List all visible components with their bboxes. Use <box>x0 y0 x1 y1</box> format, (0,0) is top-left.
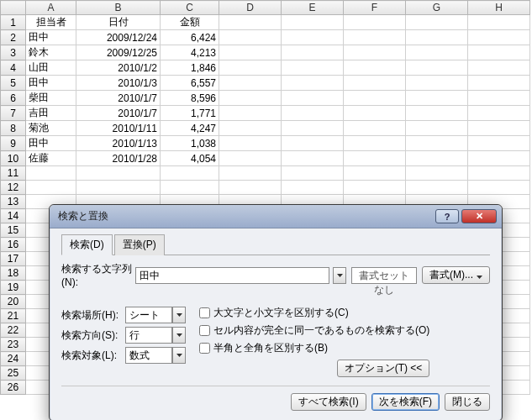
cell[interactable] <box>282 30 344 45</box>
col-header-F[interactable]: F <box>344 1 406 15</box>
col-header-G[interactable]: G <box>406 1 468 15</box>
lookin-dropdown[interactable] <box>172 347 186 364</box>
row-header[interactable]: 3 <box>1 45 26 60</box>
cell[interactable]: 4,054 <box>161 151 219 166</box>
tab-search[interactable]: 検索(D) <box>61 234 113 255</box>
cell[interactable] <box>406 45 468 60</box>
cell[interactable] <box>406 60 468 76</box>
row-header[interactable]: 7 <box>1 106 26 121</box>
row-header[interactable]: 21 <box>1 309 26 323</box>
col-header-C[interactable]: C <box>161 1 219 15</box>
lookin-select[interactable]: 数式 <box>125 347 172 364</box>
row-header[interactable]: 23 <box>1 338 26 352</box>
cell[interactable] <box>406 106 468 121</box>
cell[interactable] <box>26 181 76 195</box>
cell[interactable] <box>219 151 282 166</box>
cell[interactable] <box>468 30 530 45</box>
row-header[interactable]: 11 <box>1 166 26 181</box>
row-header[interactable]: 19 <box>1 281 26 295</box>
cell[interactable] <box>282 106 344 121</box>
cell[interactable] <box>219 166 282 181</box>
cell[interactable] <box>282 15 344 30</box>
row-header[interactable]: 6 <box>1 91 26 106</box>
cell[interactable] <box>406 121 468 136</box>
cell[interactable] <box>406 136 468 151</box>
cell[interactable]: 4,213 <box>161 45 219 60</box>
cell[interactable] <box>468 76 530 91</box>
cell[interactable] <box>344 45 406 60</box>
match-case-checkbox[interactable] <box>199 307 210 318</box>
find-history-dropdown[interactable] <box>333 267 346 284</box>
cell[interactable] <box>219 45 282 60</box>
cell[interactable] <box>406 15 468 30</box>
cell[interactable] <box>219 30 282 45</box>
cell[interactable]: 2010/1/7 <box>76 91 161 106</box>
tab-replace[interactable]: 置換(P) <box>114 234 165 255</box>
cell[interactable]: 1,846 <box>161 60 219 76</box>
row-header[interactable]: 16 <box>1 238 26 252</box>
cell[interactable] <box>406 181 468 195</box>
row-header[interactable]: 18 <box>1 266 26 281</box>
cell[interactable] <box>468 15 530 30</box>
cell[interactable] <box>219 106 282 121</box>
cell[interactable]: 2009/12/24 <box>76 30 161 45</box>
cell[interactable] <box>26 166 76 181</box>
cell[interactable] <box>161 166 219 181</box>
cell[interactable]: 6,424 <box>161 30 219 45</box>
help-button[interactable]: ? <box>435 209 459 223</box>
match-width-check[interactable]: 半角と全角を区別する(B) <box>196 340 429 356</box>
cell[interactable]: 2010/1/2 <box>76 60 161 76</box>
cell[interactable] <box>344 30 406 45</box>
cell[interactable] <box>406 151 468 166</box>
cell[interactable]: 2010/1/3 <box>76 76 161 91</box>
row-header[interactable]: 4 <box>1 60 26 76</box>
col-header-H[interactable]: H <box>468 1 530 15</box>
within-dropdown[interactable] <box>172 307 186 323</box>
cell[interactable]: 鈴木 <box>26 45 76 60</box>
cell[interactable]: 2010/1/11 <box>76 121 161 136</box>
cell[interactable] <box>219 136 282 151</box>
cell[interactable] <box>219 121 282 136</box>
dialog-titlebar[interactable]: 検索と置換 ? ✕ <box>50 205 502 228</box>
cell[interactable] <box>344 151 406 166</box>
direction-dropdown[interactable] <box>172 327 186 344</box>
row-header[interactable]: 25 <box>1 366 26 381</box>
cell[interactable] <box>468 45 530 60</box>
match-case-check[interactable]: 大文字と小文字を区別する(C) <box>196 305 429 321</box>
cell[interactable] <box>282 60 344 76</box>
cell[interactable]: 金額 <box>161 15 219 30</box>
row-header[interactable]: 1 <box>1 15 26 30</box>
cell[interactable]: 2010/1/13 <box>76 136 161 151</box>
cell[interactable] <box>468 181 530 195</box>
cell[interactable]: 田中 <box>26 30 76 45</box>
match-whole-check[interactable]: セル内容が完全に同一であるものを検索する(O) <box>196 323 429 339</box>
cell[interactable] <box>76 166 161 181</box>
cell[interactable]: 1,771 <box>161 106 219 121</box>
cell[interactable] <box>468 151 530 166</box>
cell[interactable] <box>344 106 406 121</box>
col-header-E[interactable]: E <box>282 1 344 15</box>
cell[interactable] <box>282 45 344 60</box>
cell[interactable] <box>219 15 282 30</box>
row-header[interactable]: 10 <box>1 151 26 166</box>
cell[interactable] <box>219 76 282 91</box>
within-select[interactable]: シート <box>125 307 172 323</box>
close-button[interactable]: 閉じる <box>445 393 490 411</box>
close-window-button[interactable]: ✕ <box>461 209 497 223</box>
cell[interactable]: 2010/1/7 <box>76 106 161 121</box>
cell[interactable] <box>282 91 344 106</box>
cell[interactable] <box>406 76 468 91</box>
row-header[interactable]: 12 <box>1 181 26 195</box>
row-header[interactable]: 13 <box>1 195 26 209</box>
match-width-checkbox[interactable] <box>199 343 210 354</box>
cell[interactable]: 1,038 <box>161 136 219 151</box>
cell[interactable] <box>344 166 406 181</box>
cell[interactable]: 6,557 <box>161 76 219 91</box>
cell[interactable]: 菊池 <box>26 121 76 136</box>
find-all-button[interactable]: すべて検索(I) <box>291 393 366 411</box>
options-button[interactable]: オプション(T) << <box>337 360 430 377</box>
cell[interactable]: 吉田 <box>26 106 76 121</box>
row-header[interactable]: 17 <box>1 252 26 266</box>
find-next-button[interactable]: 次を検索(F) <box>371 393 440 411</box>
row-header[interactable]: 8 <box>1 121 26 136</box>
